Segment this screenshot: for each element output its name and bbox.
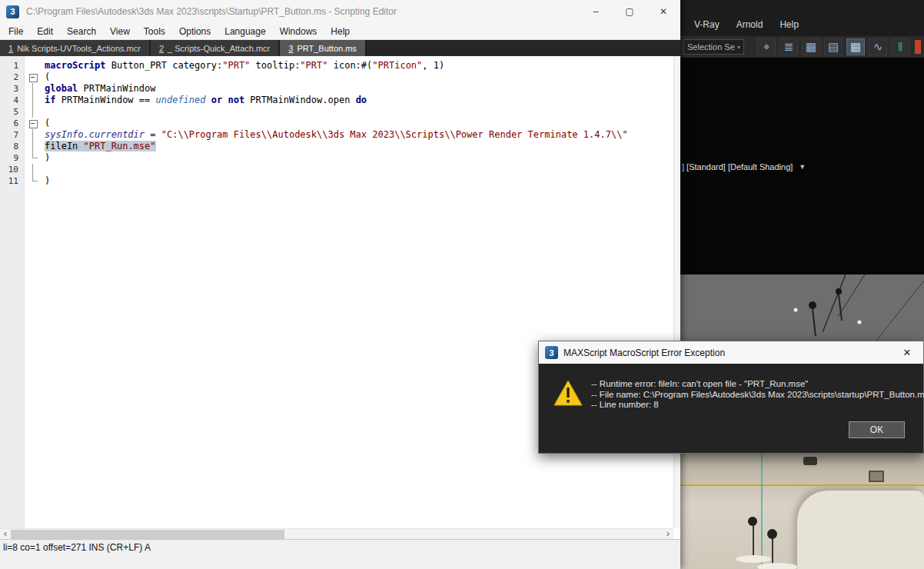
line-number: 7	[0, 129, 25, 141]
code-text[interactable]	[40, 164, 45, 175]
menu-edit[interactable]: Edit	[30, 23, 60, 40]
chevron-down-icon: ▾	[737, 44, 740, 51]
render-lamp-stem	[753, 524, 754, 559]
manage-layers-icon[interactable]: ≣	[779, 38, 798, 55]
max-viewport-render	[680, 454, 924, 569]
menu-options[interactable]: Options	[172, 23, 218, 40]
hscroll-track[interactable]	[11, 529, 663, 539]
menu-help[interactable]: Help	[324, 23, 357, 40]
fold-margin	[25, 106, 40, 118]
grid-active-icon[interactable]: ▦	[846, 38, 865, 55]
code-text[interactable]: global PRTMainWindow	[40, 83, 156, 95]
menu-file[interactable]: File	[2, 23, 30, 40]
max-menu-help[interactable]: Help	[779, 19, 799, 30]
code-line: 2(	[0, 72, 673, 83]
fold-margin	[25, 83, 40, 95]
error-line: -- File name: C:\Program Files\Autodesk\…	[591, 390, 924, 401]
render-lamp-head	[767, 529, 777, 539]
fold-margin	[25, 95, 40, 106]
selection-set-value: Selection Se	[687, 42, 735, 52]
code-editor[interactable]: 1macroScript Button_PRT category:"PRT" t…	[0, 56, 673, 528]
fold-margin	[25, 60, 40, 72]
tab-number: 1	[8, 44, 13, 53]
code-text[interactable]	[40, 106, 45, 118]
error-dialog: 3 MAXScript MacroScript Error Exception …	[538, 341, 924, 454]
ok-button[interactable]: OK	[849, 421, 905, 438]
max-menu-v-ray[interactable]: V-Ray	[694, 19, 720, 30]
code-text[interactable]: fileIn "PRT_Run.mse"	[40, 141, 156, 152]
curve-editor-icon[interactable]: ∿	[869, 38, 887, 55]
editor-tabbar: 1Nik Scripts-UVTools_Actions.mcr2_ Scrip…	[0, 40, 680, 56]
dialog-titlebar[interactable]: 3 MAXScript MacroScript Error Exception …	[539, 341, 923, 364]
max-menu-arnold[interactable]: Arnold	[736, 19, 763, 30]
selection-set-dropdown[interactable]: Selection Se ▾	[683, 39, 744, 55]
hscroll-thumb[interactable]	[11, 530, 284, 539]
screen: V-RayArnoldHelp Selection Se ▾ ⌖≣▦▤▦∿⫴ ]…	[0, 0, 924, 569]
max-viewport-top: ] [Standard] [Default Shading] ▼	[680, 58, 924, 275]
code-line: 1macroScript Button_PRT category:"PRT" t…	[0, 60, 673, 72]
max-menubar: V-RayArnoldHelp	[694, 19, 799, 30]
sheet-icon[interactable]: ▤	[824, 38, 843, 55]
fold-margin	[25, 129, 40, 141]
line-number: 6	[0, 118, 25, 129]
tab-label: PRT_Button.ms	[297, 44, 356, 53]
maximize-button[interactable]: ▢	[613, 0, 646, 23]
menu-language[interactable]: Language	[218, 23, 272, 40]
snap-magnet-icon[interactable]: ⌖	[757, 38, 776, 55]
scroll-left-icon[interactable]: ‹	[0, 529, 11, 539]
tab-label: Nik Scripts-UVTools_Actions.mcr	[17, 44, 141, 53]
max-toolbar-icons: ⌖≣▦▤▦∿⫴	[757, 38, 909, 55]
scroll-right-icon[interactable]: ›	[663, 529, 673, 539]
line-number: 3	[0, 83, 25, 95]
fold-toggle-icon[interactable]	[25, 118, 40, 129]
code-text[interactable]: )	[40, 175, 50, 187]
code-line: 8fileIn "PRT_Run.mse"	[0, 141, 673, 152]
code-text[interactable]: if PRTMainWindow == undefined or not PRT…	[40, 95, 367, 106]
dialog-close-icon[interactable]: ✕	[896, 341, 919, 364]
max-titlebar-area: V-RayArnoldHelp	[680, 0, 924, 36]
line-number: 9	[0, 152, 25, 164]
viewport-shading-label: ] [Standard] [Default Shading]	[682, 162, 793, 171]
minimize-button[interactable]: –	[579, 0, 613, 23]
table-icon[interactable]: ▦	[802, 38, 820, 55]
menu-view[interactable]: View	[103, 23, 137, 40]
scripting-editor-window: 3 C:\Program Files\Autodesk\3ds Max 2023…	[0, 0, 680, 569]
fold-margin	[25, 164, 40, 175]
menu-windows[interactable]: Windows	[273, 23, 324, 40]
horizontal-scrollbar[interactable]: ‹ ›	[0, 528, 673, 539]
editor-tab-3[interactable]: 3PRT_Button.ms	[280, 40, 367, 56]
tab-number: 3	[288, 44, 293, 53]
teal-bars-icon[interactable]: ⫴	[891, 38, 909, 55]
code-line: 4if PRTMainWindow == undefined or not PR…	[0, 95, 673, 106]
code-text[interactable]: (	[40, 118, 50, 129]
code-text[interactable]: (	[40, 72, 50, 83]
vertical-scrollbar[interactable]	[673, 56, 680, 528]
code-line: 3global PRTMainWindow	[0, 83, 673, 95]
dialog-title: MAXScript MacroScript Error Exception	[563, 348, 890, 358]
editor-menubar: FileEditSearchViewToolsOptionsLanguageWi…	[0, 23, 680, 40]
code-text[interactable]: )	[40, 152, 50, 164]
fold-toggle-icon[interactable]	[25, 72, 40, 83]
menu-search[interactable]: Search	[60, 23, 103, 40]
editor-tab-1[interactable]: 1Nik Scripts-UVTools_Actions.mcr	[0, 40, 151, 56]
line-number: 8	[0, 141, 25, 152]
viewport-label[interactable]: ] [Standard] [Default Shading] ▼	[682, 162, 806, 171]
tab-label: _ Scripts-Quick_Attach.mcr	[168, 44, 270, 53]
close-button[interactable]: ✕	[646, 0, 680, 23]
line-number: 1	[0, 60, 25, 72]
menu-tools[interactable]: Tools	[137, 23, 172, 40]
render-lamp-base	[757, 563, 797, 569]
render-lamp-base	[736, 555, 771, 563]
code-text[interactable]: macroScript Button_PRT category:"PRT" to…	[40, 60, 444, 72]
editor-tab-2[interactable]: 2_ Scripts-Quick_Attach.mcr	[151, 40, 280, 56]
line-number: 10	[0, 164, 25, 175]
render-gizmo-line-x	[680, 484, 924, 486]
editor-titlebar[interactable]: 3 C:\Program Files\Autodesk\3ds Max 2023…	[0, 0, 680, 23]
dialog-message: -- Runtime error: fileIn: can't open fil…	[591, 379, 924, 411]
3dsmax-logo-icon: 3	[6, 5, 19, 18]
code-text[interactable]: sysInfo.currentdir = "C:\\Program Files\…	[40, 129, 628, 141]
teapot-render-icon[interactable]	[915, 40, 921, 54]
render-gizmo-line-y	[761, 454, 763, 569]
line-number: 4	[0, 95, 25, 106]
fold-margin	[25, 141, 40, 152]
